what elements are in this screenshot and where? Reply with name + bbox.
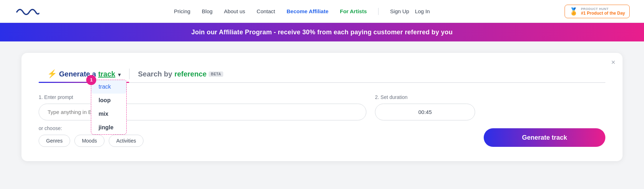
nav-affiliate[interactable]: Become Affiliate [287,8,328,14]
duration-label: 2. Set duration [375,94,475,100]
nav: Pricing Blog About us Contact Become Aff… [174,8,430,15]
medal-icon: 🏅 [569,7,578,16]
beta-badge: BETA [209,71,223,77]
prompt-input[interactable] [39,104,366,120]
bolt-icon: ⚡ [47,69,57,79]
affiliate-banner[interactable]: Join our Affiliate Program - receive 30%… [0,23,644,41]
prompt-group: 1. Enter prompt or choose: Genres Moods … [39,94,366,147]
product-hunt-label: PRODUCT HUNT [581,7,625,11]
main-content: × ⚡ Generate a track ▾ 1 track loop mix … [0,41,644,173]
product-hunt-badge[interactable]: 🏅 PRODUCT HUNT #1 Product of the Day [565,5,630,18]
tab-search-prefix: Search by [138,70,172,78]
track-dropdown-container: track ▾ 1 track loop mix jingle [98,70,120,78]
tab-generate[interactable]: ⚡ Generate a track ▾ 1 track loop mix ji… [39,66,129,82]
nav-artists[interactable]: For Artists [340,8,367,14]
nav-signup[interactable]: Sign Up [390,8,409,14]
product-hunt-title: #1 Product of the Day [581,11,625,16]
nav-divider [378,8,379,15]
nav-auth: Sign Up Log In [390,8,430,14]
or-choose-label: or choose: [39,125,366,131]
genres-button[interactable]: Genres [39,135,70,147]
banner-text: Join our Affiliate Program - receive 30%… [191,29,453,36]
duration-group: 2. Set duration [375,94,475,120]
nav-pricing[interactable]: Pricing [174,8,190,14]
moods-button[interactable]: Moods [74,135,104,147]
generate-button[interactable]: Generate track [484,128,605,147]
prompt-label: 1. Enter prompt [39,94,366,100]
tag-buttons: Genres Moods Activities [39,135,366,147]
card: × ⚡ Generate a track ▾ 1 track loop mix … [21,53,623,161]
close-button[interactable]: × [611,59,615,66]
logo[interactable] [14,4,39,19]
header: Pricing Blog About us Contact Become Aff… [0,0,644,23]
dropdown-badge: 1 [86,75,96,85]
dropdown-item-jingle[interactable]: jingle [91,121,126,134]
nav-login[interactable]: Log In [415,8,430,14]
dropdown-item-track[interactable]: track [91,80,126,94]
dropdown-item-loop[interactable]: loop [91,94,126,107]
tab-header: ⚡ Generate a track ▾ 1 track loop mix ji… [39,66,605,83]
tab-search[interactable]: Search by reference BETA [130,66,232,82]
chevron-down-icon: ▾ [118,72,121,78]
track-type-dropdown: 1 track loop mix jingle [91,80,127,135]
dropdown-item-mix[interactable]: mix [91,107,126,121]
product-hunt-text: PRODUCT HUNT #1 Product of the Day [581,7,625,16]
tab-track-word[interactable]: track [98,70,115,78]
nav-contact[interactable]: Contact [257,8,275,14]
nav-blog[interactable]: Blog [202,8,213,14]
nav-about[interactable]: About us [224,8,245,14]
duration-input[interactable] [375,104,475,120]
tab-search-word: reference [174,70,206,78]
activities-button[interactable]: Activities [109,135,143,147]
